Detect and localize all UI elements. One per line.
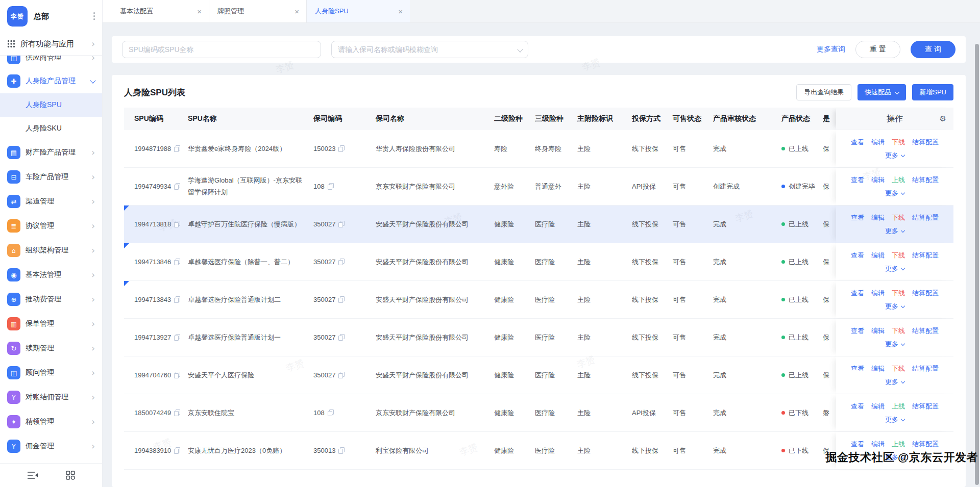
avatar[interactable]: 李赟 — [7, 6, 28, 27]
action-link[interactable]: 编辑 — [871, 138, 885, 147]
action-link[interactable]: 下线 — [892, 364, 905, 373]
action-link[interactable]: 结算配置 — [912, 402, 939, 411]
query-button[interactable]: 查 询 — [911, 41, 955, 58]
copy-icon[interactable] — [174, 334, 180, 341]
sidebar-item[interactable]: ▥保单管理› — [0, 312, 102, 336]
gear-icon[interactable]: ⚙ — [940, 114, 946, 123]
sidebar-item[interactable]: ⊟车险产品管理› — [0, 165, 102, 189]
close-icon[interactable]: × — [398, 8, 403, 15]
copy-icon[interactable] — [328, 183, 334, 190]
tab-人身险SPU[interactable]: 人身险SPU× — [307, 0, 410, 22]
more-actions-link[interactable]: 更多 — [885, 377, 904, 387]
action-link[interactable]: 查看 — [851, 175, 864, 185]
action-link[interactable]: 查看 — [851, 251, 864, 260]
sidebar-item-life-product-group[interactable]: ✚ 人身险产品管理 — [0, 69, 102, 93]
more-actions-link[interactable]: 更多 — [885, 453, 904, 462]
sidebar-item[interactable]: ▤财产险产品管理› — [0, 140, 102, 165]
more-actions-link[interactable]: 更多 — [885, 302, 904, 311]
action-link[interactable]: 查看 — [851, 289, 864, 298]
action-link[interactable]: 查看 — [851, 440, 864, 449]
action-link[interactable]: 查看 — [851, 326, 864, 336]
sidebar-item[interactable]: ◉基本法管理› — [0, 263, 102, 287]
action-link[interactable]: 编辑 — [871, 364, 885, 373]
action-link[interactable]: 结算配置 — [912, 213, 939, 222]
spu-search-input[interactable] — [122, 41, 321, 58]
action-link[interactable]: 编辑 — [871, 175, 885, 185]
quick-config-button[interactable]: 快速配品 — [857, 84, 906, 100]
more-actions-link[interactable]: 更多 — [885, 151, 904, 160]
close-icon[interactable]: × — [295, 8, 299, 15]
sidebar-item-life-sku[interactable]: 人身险SKU — [0, 117, 102, 140]
action-link[interactable]: 结算配置 — [912, 326, 939, 336]
copy-icon[interactable] — [174, 296, 180, 303]
action-link[interactable]: 编辑 — [871, 213, 885, 222]
action-link[interactable]: 结算配置 — [912, 440, 939, 449]
new-spu-button[interactable]: 新增SPU — [912, 84, 953, 100]
copy-icon[interactable] — [338, 145, 345, 152]
more-actions-link[interactable]: 更多 — [885, 226, 904, 236]
sidebar-item[interactable]: ⇄渠道管理› — [0, 189, 102, 214]
sidebar-item[interactable]: ¥对账结佣管理› — [0, 385, 102, 409]
action-link[interactable]: 编辑 — [871, 402, 885, 411]
action-link[interactable]: 查看 — [851, 213, 864, 222]
action-link[interactable]: 编辑 — [871, 326, 885, 336]
sidebar-item[interactable]: ⌂组织架构管理› — [0, 238, 102, 263]
more-actions-link[interactable]: 更多 — [885, 340, 904, 349]
action-link[interactable]: 编辑 — [871, 440, 885, 449]
copy-icon[interactable] — [338, 221, 345, 227]
dashboard-grid-icon[interactable] — [66, 471, 75, 480]
action-link[interactable]: 结算配置 — [912, 289, 939, 298]
action-link[interactable]: 查看 — [851, 402, 864, 411]
sidebar-item[interactable]: ⊕推动费管理› — [0, 287, 102, 312]
copy-icon[interactable] — [174, 259, 180, 265]
action-link[interactable]: 结算配置 — [912, 251, 939, 260]
action-link[interactable]: 结算配置 — [912, 364, 939, 373]
action-link[interactable]: 下线 — [892, 138, 905, 147]
copy-icon[interactable] — [328, 409, 334, 416]
tab-基本法配置[interactable]: 基本法配置× — [112, 0, 209, 22]
copy-icon[interactable] — [338, 259, 345, 265]
copy-icon[interactable] — [174, 183, 180, 190]
copy-icon[interactable] — [338, 372, 345, 378]
company-select[interactable] — [331, 41, 528, 58]
action-link[interactable]: 上线 — [892, 402, 905, 411]
sidebar-item-all-apps[interactable]: 所有功能与应用 › — [0, 33, 102, 56]
sidebar-item-life-spu[interactable]: 人身险SPU — [0, 93, 102, 117]
action-link[interactable]: 下线 — [892, 289, 905, 298]
close-icon[interactable]: × — [197, 8, 202, 15]
action-link[interactable]: 上线 — [892, 175, 905, 185]
copy-icon[interactable] — [338, 447, 345, 454]
sidebar-item[interactable]: ◫顾问管理› — [0, 361, 102, 385]
sidebar-item[interactable]: ✦精领管理› — [0, 409, 102, 434]
action-link[interactable]: 结算配置 — [912, 175, 939, 185]
vertical-scrollbar[interactable] — [975, 44, 979, 485]
reset-button[interactable]: 重 置 — [855, 41, 900, 58]
action-link[interactable]: 编辑 — [871, 289, 885, 298]
copy-icon[interactable] — [174, 221, 180, 227]
action-link[interactable]: 编辑 — [871, 251, 885, 260]
sidebar-item[interactable]: ↻续期管理› — [0, 336, 102, 361]
action-link[interactable]: 结算配置 — [912, 138, 939, 147]
action-link[interactable]: 下线 — [892, 251, 905, 260]
tab-牌照管理[interactable]: 牌照管理× — [209, 0, 307, 22]
copy-icon[interactable] — [174, 145, 180, 152]
copy-icon[interactable] — [338, 334, 345, 341]
more-actions-link[interactable]: 更多 — [885, 189, 904, 198]
action-link[interactable]: 下线 — [892, 213, 905, 222]
action-link[interactable]: 下线 — [892, 326, 905, 336]
action-link[interactable]: 查看 — [851, 364, 864, 373]
more-menu-icon[interactable] — [93, 12, 95, 20]
more-filters-link[interactable]: 更多查询 — [817, 45, 845, 54]
copy-icon[interactable] — [174, 409, 180, 416]
sidebar-item[interactable]: ¥佣金管理› — [0, 434, 102, 458]
export-results-button[interactable]: 导出查询结果 — [796, 84, 851, 100]
sidebar-item-supplier[interactable]: ◫ 供应商管理 › — [0, 56, 102, 69]
action-link[interactable]: 查看 — [851, 138, 864, 147]
action-link[interactable]: 上线 — [892, 440, 905, 449]
copy-icon[interactable] — [338, 296, 345, 303]
copy-icon[interactable] — [174, 447, 180, 454]
more-actions-link[interactable]: 更多 — [885, 264, 904, 273]
copy-icon[interactable] — [174, 372, 180, 378]
sidebar-item[interactable]: ≣协议管理› — [0, 214, 102, 238]
more-actions-link[interactable]: 更多 — [885, 415, 904, 424]
